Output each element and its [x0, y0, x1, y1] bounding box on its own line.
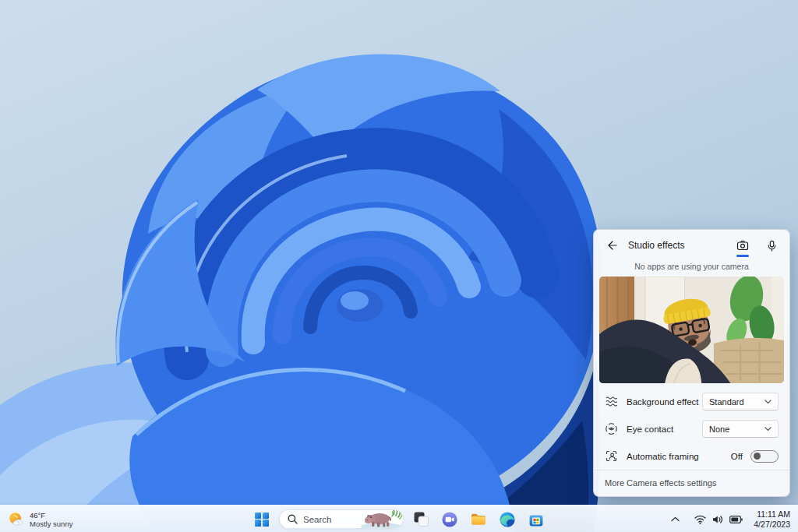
automatic-framing-icon [605, 450, 617, 463]
microphone-icon [766, 240, 778, 252]
automatic-framing-state: Off [731, 452, 743, 461]
eye-contact-label: Eye contact [627, 425, 702, 434]
windows-logo-icon [255, 513, 269, 527]
wifi-icon [694, 515, 706, 524]
back-arrow-icon [606, 240, 617, 251]
background-effect-label: Background effect [627, 397, 702, 407]
weather-text: 46°F Mostly sunny [30, 511, 72, 528]
back-button[interactable] [605, 238, 619, 252]
more-camera-settings-link[interactable]: More Camera effects settings [594, 470, 789, 496]
background-blur-icon [605, 396, 617, 408]
weather-temperature: 46°F [30, 511, 72, 520]
clock[interactable]: 11:11 AM 4/27/2023 [754, 509, 793, 529]
weather-condition: Mostly sunny [30, 520, 72, 528]
microsoft-store-button[interactable] [524, 508, 548, 531]
mostly-sunny-icon [8, 511, 24, 527]
eye-contact-icon [605, 423, 617, 435]
search-box[interactable]: Search [279, 509, 404, 529]
tray-time: 11:11 AM [754, 509, 790, 520]
microsoft-store-icon [528, 511, 545, 528]
weather-widget[interactable]: 46°F Mostly sunny [8, 506, 72, 532]
background-effect-value: Standard [709, 397, 744, 407]
camera-status-text: No apps are using your camera [594, 255, 789, 277]
battery-icon [729, 516, 743, 523]
network-volume-battery-button[interactable] [690, 512, 747, 527]
chat-icon [441, 511, 458, 528]
row-eye-contact: Eye contact None [594, 415, 789, 442]
chevron-down-icon [764, 400, 772, 404]
studio-effects-flyout: Studio effects No apps are using your ca… [593, 229, 790, 497]
search-placeholder: Search [303, 515, 331, 524]
panel-header: Studio effects [594, 230, 789, 255]
microphone-tab[interactable] [764, 238, 779, 252]
background-effect-dropdown[interactable]: Standard [702, 393, 779, 410]
file-explorer-button[interactable] [467, 508, 490, 531]
camera-preview [599, 277, 784, 383]
effects-rows: Background effect Standard Eye contact N… [594, 383, 789, 470]
chevron-up-icon [671, 516, 680, 522]
magnifier-icon [288, 514, 298, 524]
toggle-knob [754, 453, 761, 460]
taskbar: 46°F Mostly sunny Search [0, 505, 798, 532]
row-background-effect: Background effect Standard [594, 388, 789, 415]
hidden-icons-button[interactable] [666, 509, 683, 530]
task-view-icon [413, 511, 429, 527]
taskbar-center-apps: Search [250, 506, 548, 532]
start-button[interactable] [250, 508, 274, 531]
tray-date: 4/27/2023 [754, 520, 790, 530]
volume-icon [712, 515, 723, 524]
camera-tab[interactable] [736, 238, 750, 252]
eye-contact-dropdown[interactable]: None [702, 420, 779, 438]
camera-preview-image [599, 277, 784, 383]
chat-button[interactable] [438, 508, 461, 531]
automatic-framing-label: Automatic framing [627, 452, 731, 461]
edge-button[interactable] [496, 508, 519, 531]
bing-daily-hippo-art [358, 510, 403, 528]
automatic-framing-toggle[interactable] [750, 450, 779, 463]
eye-contact-value: None [709, 425, 729, 434]
camera-icon [736, 239, 749, 252]
chevron-down-icon [764, 427, 772, 432]
panel-title: Studio effects [628, 240, 685, 251]
system-tray: 11:11 AM 4/27/2023 [666, 506, 793, 532]
edge-icon [499, 511, 516, 528]
row-automatic-framing: Automatic framing Off [594, 442, 789, 470]
task-view-button[interactable] [409, 508, 433, 531]
file-explorer-icon [470, 511, 487, 528]
